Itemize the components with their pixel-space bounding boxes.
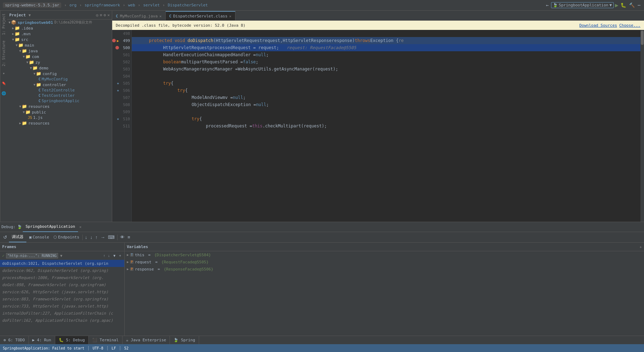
thread-down-btn[interactable]: ↓	[107, 253, 111, 258]
collapse-icon[interactable]: ≡	[100, 13, 102, 17]
tree-item-java[interactable]: ▼ 📁 java	[7, 48, 112, 54]
subtab-debugger[interactable]: 调试器	[9, 232, 26, 242]
tree-item-controller[interactable]: ▼ 📁 controller	[7, 82, 112, 88]
tree-item-com[interactable]: ▼ 📁 com	[7, 54, 112, 59]
tree-item-demo[interactable]: ▼ 📁 demo	[7, 65, 112, 71]
var-item-request[interactable]: ▶ P request = {RequestFacade@5505}	[125, 258, 644, 266]
tree-item-mymvcconfig[interactable]: C MyMvcConfig	[7, 77, 112, 82]
right-scroll[interactable]	[640, 30, 644, 222]
tab-structure[interactable]: 2: Structure	[1, 38, 7, 69]
tab-favorites[interactable]: ★	[1, 69, 7, 79]
app-name: SpringbootApplication	[559, 3, 608, 7]
settings-icon[interactable]: ⚙	[104, 13, 106, 17]
tree-item-public[interactable]: ▼ 📁 public	[7, 109, 112, 115]
var-item-this[interactable]: ▶ T this = {DispatcherServlet@5504}	[125, 251, 644, 258]
back-icon[interactable]: ←	[545, 2, 550, 8]
tab-debug[interactable]: 🐛 5: Debug	[55, 336, 89, 345]
tab-run[interactable]: ▶ 4: Run	[29, 336, 55, 345]
tree-item-mvn[interactable]: ▶ 📁 .mvn	[7, 31, 112, 37]
tab-spring[interactable]: 🍃 Spring	[170, 336, 199, 345]
js-icon-1: JS	[28, 116, 32, 120]
jar-label[interactable]: spring-webmvc-5.3.5.jar	[3, 2, 61, 8]
tab-bookmarks[interactable]: 🔖	[1, 79, 7, 89]
frame-item-4[interactable]: service:626, HttpServlet (javax.servlet.…	[0, 288, 124, 295]
debug-app-tab[interactable]: SpringbootApplication	[23, 222, 78, 232]
tab-project[interactable]: 1: Project	[1, 11, 7, 38]
evaluate-btn[interactable]: ⌨	[107, 234, 116, 241]
tree-item-zy[interactable]: ▼ 📁 zy	[7, 59, 112, 65]
choose-link[interactable]: Choose...	[619, 23, 640, 28]
folder-icon-mvn: 📁	[15, 31, 20, 36]
subtab-console[interactable]: ▣ Console	[28, 235, 51, 240]
var-arrow-request[interactable]: ▶	[127, 260, 129, 264]
restart-btn[interactable]: ↺	[2, 234, 8, 241]
tab-java-enterprise[interactable]: ☕ Java Enterprise	[123, 336, 170, 345]
frame-item-1[interactable]: doService:962, DispatcherServlet (org.sp…	[0, 267, 124, 274]
frames-btn[interactable]: ≡	[126, 234, 131, 241]
breadcrumb-dispatcherservlet[interactable]: DispatcherServlet	[168, 3, 208, 7]
frame-item-0[interactable]: doDispatch:1021, DispatcherServlet (org.…	[0, 260, 124, 267]
add-watch-btn[interactable]: +	[640, 245, 642, 249]
tree-item-resources[interactable]: ▼ 📁 resources	[7, 104, 112, 109]
project-arrow[interactable]: ▼	[28, 13, 31, 17]
variables-panel: Variables + ▶ T this = {DispatcherServle…	[125, 243, 644, 336]
tree-item-springbootapp[interactable]: C SpringbootApplic	[7, 98, 112, 104]
debug-button[interactable]: 🐛	[620, 2, 627, 8]
tab-terminal[interactable]: ⬛ Terminal	[89, 336, 123, 345]
tab-web[interactable]: 🌐	[1, 89, 7, 99]
tab-todo[interactable]: ⊕ 6: TODO	[0, 336, 29, 345]
add-frames-btn[interactable]: +	[118, 253, 122, 258]
var-arrow-this[interactable]: ▶	[127, 253, 129, 257]
thread-down[interactable]: ▼	[60, 254, 62, 258]
tree-item-idea[interactable]: ▶ 📁 .idea	[7, 25, 112, 31]
frame-item-3[interactable]: doGet:898, FrameworkServlet (org.springf…	[0, 281, 124, 288]
main-area: 1: Project 2: Structure ★ 🔖 🌐 Project ▼ …	[0, 11, 644, 222]
breakpoint-500[interactable]	[115, 46, 119, 49]
more-button[interactable]: ⋯	[637, 2, 641, 8]
tab-mymvc[interactable]: C MyMvcConfig.java ✕	[112, 11, 166, 20]
frame-item-5[interactable]: service:883, FrameworkServlet (org.sprin…	[0, 295, 124, 303]
tab-close-dispatcher[interactable]: ✕	[229, 14, 232, 18]
breakpoint-499[interactable]	[112, 39, 116, 42]
debug-close-btn[interactable]: ✕	[79, 225, 82, 229]
tab-close-mymvc[interactable]: ✕	[160, 14, 162, 18]
frame-item-6[interactable]: service:733, HttpServlet (javax.servlet.…	[0, 303, 124, 310]
folder-icon-zy: 📁	[29, 60, 34, 65]
run-to-cursor-btn[interactable]: →	[99, 234, 106, 241]
step-over-btn[interactable]: ↓	[84, 234, 89, 241]
frame-item-2[interactable]: processRequest:1006, FrameworkServlet (o…	[0, 274, 124, 281]
app-selector[interactable]: 🍃 SpringbootApplication ▼	[551, 2, 614, 8]
tree-item-js1[interactable]: JS 1.js	[7, 115, 112, 120]
tree-item-src[interactable]: ▼ 📁 src	[7, 37, 112, 42]
close-icon[interactable]: ✕	[107, 13, 110, 17]
tree-item-resources2[interactable]: ▶ 📁 resources	[7, 120, 112, 126]
thread-filter-btn[interactable]: ▼	[111, 253, 117, 258]
tab-dispatcherservlet[interactable]: C DispatcherServlet.class ✕	[166, 11, 235, 20]
step-out-btn[interactable]: ↑	[94, 234, 99, 241]
breadcrumb-web[interactable]: web	[128, 3, 135, 7]
locate-icon[interactable]: ◎	[96, 13, 99, 17]
tree-item-main[interactable]: ▼ 📁 main	[7, 42, 112, 48]
build-button[interactable]: 🔨	[628, 2, 635, 8]
breadcrumb-springframework[interactable]: springframework	[84, 3, 120, 7]
var-item-response[interactable]: ▶ P response = {ResponseFacade@5506}	[125, 266, 644, 273]
code-content[interactable]: protected void doDispatch ( HttpServletR…	[132, 30, 640, 222]
run-button[interactable]: ▶	[615, 2, 619, 9]
frame-item-8[interactable]: doFilter:162, ApplicationFilterChain (or…	[0, 317, 124, 324]
subtab-endpoints[interactable]: ⬡ Endpoints	[52, 235, 81, 240]
thread-up-btn[interactable]: ↑	[102, 253, 106, 258]
tree-item-testcontroller[interactable]: C TestController	[7, 93, 112, 98]
download-sources-link[interactable]: Download Sources	[579, 23, 617, 28]
tree-item-test2[interactable]: C Test2Controlle	[7, 88, 112, 93]
breadcrumb-org[interactable]: org	[69, 3, 77, 7]
kw-void: void	[175, 38, 185, 43]
tree-item-config[interactable]: ▼ 📁 config	[7, 71, 112, 77]
thread-selector[interactable]: "http-nio-...": RUNNING	[6, 253, 58, 258]
frame-item-7[interactable]: internalDoFilter:227, ApplicationFilterC…	[0, 310, 124, 317]
watch-btn[interactable]: 👁	[119, 234, 126, 241]
breadcrumb-servlet[interactable]: servlet	[143, 3, 160, 7]
var-arrow-response[interactable]: ▶	[127, 267, 129, 271]
step-into-btn[interactable]: ↓	[89, 234, 94, 241]
tree-item-root[interactable]: ▼ 📦 springbootweb01 D:\idea2020项目文件	[7, 20, 112, 25]
app-icon: 🍃	[553, 3, 558, 7]
